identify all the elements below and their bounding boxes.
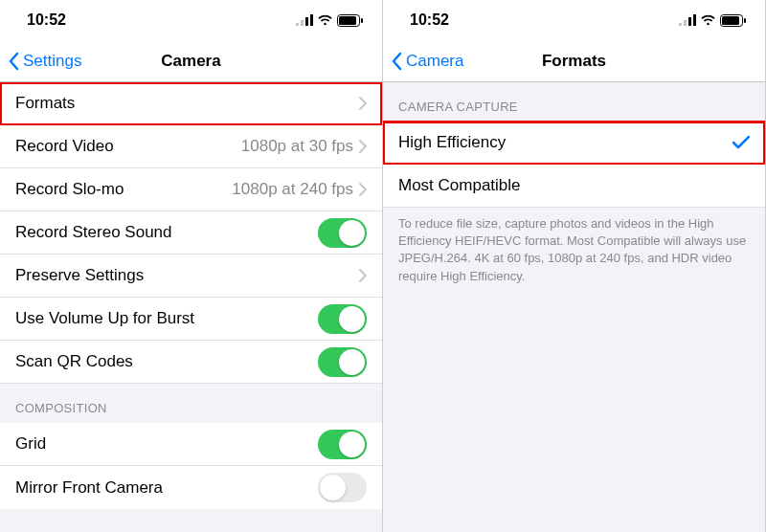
settings-list[interactable]: Formats Record Video 1080p at 30 fps Rec… — [0, 82, 382, 532]
status-bar: 10:52 — [383, 0, 765, 40]
formats-list[interactable]: CAMERA CAPTURE High Efficiency Most Comp… — [383, 82, 765, 532]
mirror-toggle[interactable] — [318, 473, 367, 502]
formats-screen: 10:52 Camera Formats CAMERA CAPTURE High… — [383, 0, 766, 532]
nav-bar: Camera Formats — [383, 40, 765, 82]
svg-rect-2 — [305, 17, 308, 26]
formats-row[interactable]: Formats — [0, 82, 382, 125]
volume-burst-label: Use Volume Up for Burst — [15, 309, 194, 328]
chevron-right-icon — [359, 269, 367, 282]
svg-rect-10 — [693, 14, 696, 26]
camera-capture-header: CAMERA CAPTURE — [383, 82, 765, 122]
camera-settings-screen: 10:52 Settings Camera Formats Record — [0, 0, 383, 532]
svg-rect-8 — [684, 20, 687, 26]
page-title: Formats — [542, 52, 606, 71]
formats-label: Formats — [15, 94, 75, 113]
preserve-settings-label: Preserve Settings — [15, 266, 144, 285]
nav-bar: Settings Camera — [0, 40, 382, 82]
scan-qr-label: Scan QR Codes — [15, 352, 133, 371]
record-slomo-row[interactable]: Record Slo-mo 1080p at 240 fps — [0, 168, 382, 211]
status-time: 10:52 — [410, 11, 449, 29]
svg-rect-7 — [679, 23, 682, 26]
high-efficiency-row[interactable]: High Efficiency — [383, 122, 765, 165]
wifi-icon — [317, 14, 333, 26]
scan-qr-toggle[interactable] — [318, 347, 367, 377]
chevron-left-icon — [8, 52, 19, 71]
mirror-label: Mirror Front Camera — [15, 478, 163, 498]
svg-rect-12 — [722, 16, 739, 25]
chevron-right-icon — [359, 140, 367, 153]
chevron-right-icon — [359, 183, 367, 196]
most-compatible-label: Most Compatible — [398, 176, 521, 195]
record-video-value: 1080p at 30 fps — [114, 137, 353, 156]
mirror-row: Mirror Front Camera — [0, 466, 382, 509]
volume-burst-toggle[interactable] — [318, 304, 367, 334]
svg-rect-9 — [688, 17, 691, 26]
back-label: Settings — [23, 52, 81, 71]
record-video-label: Record Video — [15, 137, 114, 156]
volume-burst-row: Use Volume Up for Burst — [0, 298, 382, 341]
grid-toggle[interactable] — [318, 430, 367, 459]
svg-rect-3 — [310, 14, 313, 26]
most-compatible-row[interactable]: Most Compatible — [383, 165, 765, 208]
wifi-icon — [700, 14, 716, 26]
status-bar: 10:52 — [0, 0, 382, 40]
record-video-row[interactable]: Record Video 1080p at 30 fps — [0, 125, 382, 168]
stereo-toggle[interactable] — [318, 218, 367, 248]
stereo-label: Record Stereo Sound — [15, 223, 172, 242]
battery-icon — [720, 14, 746, 27]
checkmark-icon — [732, 136, 750, 149]
composition-header: COMPOSITION — [0, 384, 382, 423]
stereo-row: Record Stereo Sound — [0, 211, 382, 255]
svg-rect-6 — [361, 18, 363, 23]
svg-rect-5 — [339, 16, 356, 25]
high-efficiency-label: High Efficiency — [398, 133, 506, 152]
svg-rect-1 — [301, 20, 304, 26]
record-slomo-value: 1080p at 240 fps — [124, 180, 353, 199]
scan-qr-row: Scan QR Codes — [0, 341, 382, 384]
chevron-right-icon — [359, 97, 367, 110]
formats-footer: To reduce file size, capture photos and … — [383, 208, 765, 302]
back-button[interactable]: Settings — [0, 52, 81, 71]
svg-rect-13 — [744, 18, 746, 23]
chevron-left-icon — [391, 52, 402, 71]
svg-rect-0 — [296, 23, 299, 26]
grid-label: Grid — [15, 434, 46, 454]
page-title: Camera — [161, 52, 220, 71]
back-button[interactable]: Camera — [383, 52, 463, 71]
cellular-signal-icon — [679, 14, 696, 26]
status-time: 10:52 — [27, 11, 66, 29]
status-right — [679, 14, 746, 27]
preserve-settings-row[interactable]: Preserve Settings — [0, 255, 382, 298]
record-slomo-label: Record Slo-mo — [15, 180, 124, 199]
status-right — [296, 14, 363, 27]
back-label: Camera — [406, 52, 463, 71]
grid-row: Grid — [0, 423, 382, 466]
cellular-signal-icon — [296, 14, 313, 26]
battery-icon — [337, 14, 363, 27]
